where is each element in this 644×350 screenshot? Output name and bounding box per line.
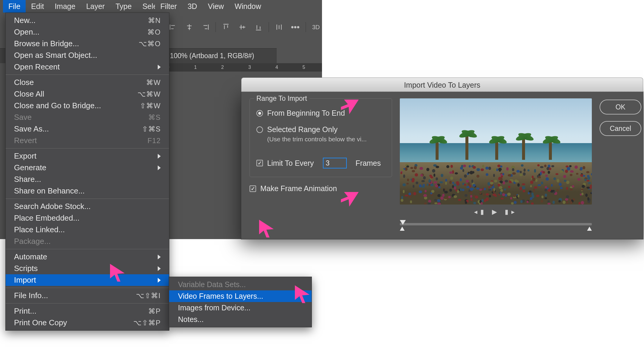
playhead-icon[interactable] (400, 220, 406, 225)
radio-from-beginning[interactable]: From Beginning To End (256, 109, 385, 117)
radio-icon (256, 110, 263, 117)
menu-item-label: Notes... (178, 315, 303, 324)
file-menu-item[interactable]: Print One Copy⌥⇧⌘P (6, 317, 169, 329)
file-menu-item[interactable]: Share on Behance... (6, 185, 169, 197)
menu-filter[interactable]: Filter (155, 0, 182, 13)
file-menu-item[interactable]: Automate (6, 251, 169, 263)
menu-item-label: Print... (14, 306, 148, 316)
ruler-mark: 5 (303, 65, 305, 70)
range-to-import-group: Range To Import From Beginning To End Se… (250, 98, 392, 177)
radio-icon (256, 126, 263, 133)
menu-item-label: Close and Go to Bridge... (14, 101, 140, 110)
menu-item-label: New... (14, 16, 148, 25)
shortcut-label: ⌘P (148, 307, 161, 315)
file-menu-item[interactable]: File Info...⌥⇧⌘I (6, 290, 169, 301)
import-submenu-item[interactable]: Images from Device... (169, 302, 312, 314)
file-menu-item[interactable]: Generate (6, 162, 169, 174)
submenu-arrow-icon (158, 255, 161, 259)
menu-item-label: Place Linked... (14, 225, 161, 234)
file-menu-item[interactable]: Close⌘W (6, 77, 169, 88)
trim-slider[interactable] (400, 220, 592, 229)
shortcut-label: ⌥⇧⌘I (136, 292, 161, 300)
shortcut-label: ⌥⌘O (139, 40, 161, 48)
menu-layer[interactable]: Layer (81, 0, 110, 13)
file-menu-item[interactable]: Import (6, 274, 169, 286)
file-menu-item[interactable]: Save As...⇧⌘S (6, 123, 169, 135)
checkbox-icon (250, 185, 256, 192)
menu-item-label: Revert (14, 136, 148, 145)
hint-text: (Use the trim controls below the vi... (267, 136, 385, 143)
menu-item-label: Video Frames to Layers... (178, 292, 303, 301)
menu-image[interactable]: Image (49, 0, 80, 13)
out-point-icon[interactable] (587, 227, 592, 231)
file-menu-item[interactable]: Scripts (6, 263, 169, 274)
file-menu-item[interactable]: Share... (6, 174, 169, 185)
file-menu-item[interactable]: Close and Go to Bridge...⇧⌘W (6, 100, 169, 111)
menu-item-label: Open Recent (14, 62, 155, 72)
menu-item-label: Close (14, 78, 146, 87)
next-frame-icon[interactable]: ▮▸ (505, 208, 518, 216)
menubar: File Edit Image Layer Type Select Filter… (0, 0, 322, 13)
menu-window[interactable]: Window (229, 0, 267, 13)
file-menu-item[interactable]: Open as Smart Object... (6, 49, 169, 61)
align-center-h-icon[interactable] (183, 21, 195, 33)
checkbox-make-frame-animation[interactable]: Make Frame Animation (250, 184, 392, 193)
cancel-button[interactable]: Cancel (600, 121, 641, 136)
import-submenu: Variable Data Sets...Video Frames to Lay… (169, 277, 312, 327)
submenu-arrow-icon (158, 278, 161, 283)
import-submenu-item[interactable]: Video Frames to Layers... (169, 290, 312, 302)
dialog-title: Import Video To Layers (241, 78, 643, 92)
distribute-icon[interactable] (273, 21, 285, 33)
submenu-arrow-icon (158, 154, 161, 159)
menu-view[interactable]: View (202, 0, 229, 13)
ok-button[interactable]: OK (600, 100, 641, 114)
prev-frame-icon[interactable]: ◂▮ (474, 208, 487, 216)
menu-item-label: Browse in Bridge... (14, 39, 139, 48)
more-icon[interactable]: ••• (289, 21, 301, 33)
file-menu-item[interactable]: Search Adobe Stock... (6, 201, 169, 212)
file-menu-item[interactable]: New...⌘N (6, 15, 169, 26)
file-menu-item[interactable]: Close All⌥⌘W (6, 88, 169, 100)
ruler-mark: 4 (275, 65, 278, 70)
mode-3d-label[interactable]: 3D (310, 21, 322, 33)
menu-select[interactable]: Select (137, 0, 155, 13)
align-bottom-icon[interactable] (253, 21, 264, 33)
shortcut-label: ⇧⌘W (140, 102, 161, 110)
file-menu-item: Package... (6, 236, 169, 247)
shortcut-label: ⌥⇧⌘P (133, 319, 161, 327)
submenu-arrow-icon (158, 65, 161, 69)
in-point-icon[interactable] (400, 227, 405, 231)
file-menu-item: Save⌘S (6, 111, 169, 123)
file-menu-item[interactable]: Print...⌘P (6, 305, 169, 317)
menu-item-label: Automate (14, 252, 155, 261)
menu-item-label: Open... (14, 27, 147, 37)
menu-3d[interactable]: 3D (182, 0, 202, 13)
file-menu-item[interactable]: Place Embedded... (6, 212, 169, 224)
file-menu-item: RevertF12 (6, 135, 169, 146)
play-icon[interactable]: ▶ (492, 208, 500, 216)
menu-item-label: Open as Smart Object... (14, 51, 161, 60)
limit-frames-input[interactable] (323, 158, 347, 168)
shortcut-label: ⌘O (147, 28, 161, 36)
align-top-icon[interactable] (220, 21, 232, 33)
menu-item-label: Images from Device... (178, 303, 303, 312)
menu-item-label: Scripts (14, 264, 155, 273)
align-right-icon[interactable] (199, 21, 211, 33)
radio-selected-range[interactable]: Selected Range Only (256, 125, 385, 134)
menu-edit[interactable]: Edit (26, 0, 49, 13)
file-menu-item[interactable]: Open Recent (6, 61, 169, 73)
align-center-v-icon[interactable] (236, 21, 248, 33)
menu-type[interactable]: Type (110, 0, 137, 13)
file-menu-item[interactable]: Place Linked... (6, 224, 169, 236)
ruler-mark: 2 (221, 65, 224, 70)
menu-item-label: Export (14, 151, 155, 161)
submenu-arrow-icon (158, 266, 161, 271)
checkbox-limit-to-every[interactable]: Limit To Every Frames (256, 158, 385, 168)
menu-file[interactable]: File (3, 0, 26, 13)
file-menu-item[interactable]: Open...⌘O (6, 26, 169, 38)
file-menu-item[interactable]: Browse in Bridge...⌥⌘O (6, 38, 169, 49)
file-menu-item[interactable]: Export (6, 150, 169, 162)
transport-controls[interactable]: ◂▮ ▶ ▮▸ (400, 208, 592, 216)
range-legend: Range To Import (254, 95, 309, 103)
import-submenu-item[interactable]: Notes... (169, 314, 312, 325)
